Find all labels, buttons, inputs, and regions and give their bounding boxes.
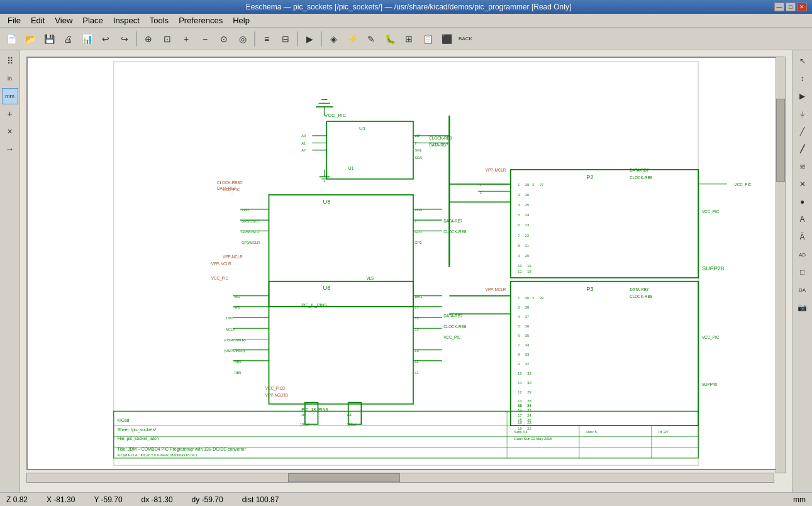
- svg-text:VCC_PICD: VCC_PICD: [265, 386, 286, 391]
- no-connect-btn[interactable]: ×: [2, 123, 18, 140]
- svg-rect-141: [511, 282, 698, 426]
- svg-rect-106: [511, 170, 698, 278]
- toolbar-btn-redo[interactable]: ↪: [116, 30, 133, 48]
- svg-text:L7: L7: [414, 305, 418, 309]
- menu-item-help[interactable]: Help: [228, 14, 255, 26]
- toolbar-btn-edit-sym[interactable]: ✎: [362, 30, 380, 48]
- toolbar-separator: [321, 31, 322, 47]
- svg-text:L2: L2: [414, 360, 418, 363]
- toolbar-btn-sim[interactable]: 🐛: [381, 30, 399, 48]
- horizontal-scroll-thumb[interactable]: [288, 473, 400, 482]
- svg-text:GP5/OSCI: GP5/OSCI: [242, 219, 259, 223]
- svg-text:SDA: SDA: [414, 156, 422, 160]
- toolbar-btn-save[interactable]: 💾: [40, 30, 58, 48]
- menu-item-view[interactable]: View: [50, 14, 77, 26]
- svg-text:VDD: VDD: [414, 208, 422, 212]
- y-coord: Y -59.70: [94, 495, 122, 504]
- menu-item-place[interactable]: Place: [77, 14, 108, 26]
- svg-text:RB5: RB5: [234, 371, 241, 375]
- toolbar-btn-zoom-orig[interactable]: ⊙: [215, 30, 233, 48]
- svg-text:24: 24: [525, 213, 530, 217]
- toolbar-btn-netlist[interactable]: ⊞: [400, 30, 418, 48]
- text-d-tool[interactable]: DA: [794, 282, 811, 298]
- title-controls[interactable]: — □ ✕: [774, 3, 807, 11]
- toolbar-btn-run[interactable]: ▶: [301, 30, 318, 48]
- svg-text:31: 31: [527, 371, 531, 375]
- svg-text:CLOCK-RB8: CLOCK-RB8: [630, 294, 653, 299]
- hier-pin-tool[interactable]: ↕: [794, 70, 811, 87]
- svg-text:2: 2: [480, 190, 482, 194]
- zoom-status: Z 0.82: [6, 495, 28, 504]
- toolbar-btn-zoom-fit[interactable]: ⊡: [159, 30, 176, 48]
- svg-text:CLOCK-RB8D: CLOCK-RB8D: [217, 180, 243, 185]
- toolbar-btn-undo[interactable]: ↩: [97, 30, 114, 48]
- toolbar-btn-bom[interactable]: 📋: [419, 30, 437, 48]
- svg-text:33: 33: [525, 353, 529, 356]
- toolbar-btn-plot[interactable]: 📊: [78, 30, 96, 48]
- screenshot-tool[interactable]: 📷: [794, 299, 811, 316]
- svg-text:GP4/OSC2: GP4/OSC2: [242, 230, 260, 234]
- toolbar-btn-add-pwr[interactable]: ⚡: [343, 30, 361, 48]
- dot-tool[interactable]: ●: [794, 194, 811, 210]
- bus-tool[interactable]: ╱: [794, 141, 811, 157]
- menu-item-file[interactable]: File: [3, 14, 26, 26]
- toolbar-btn-zoom-sel[interactable]: ◎: [234, 30, 252, 48]
- svg-text:A/F: A/F: [347, 413, 352, 417]
- select-tool[interactable]: ↖: [794, 53, 811, 69]
- close-button[interactable]: ✕: [797, 3, 807, 11]
- minimize-button[interactable]: —: [774, 3, 784, 11]
- gnd-tool[interactable]: ⏚: [794, 106, 811, 122]
- toolbar-btn-new[interactable]: 📄: [3, 30, 20, 48]
- svg-text:22: 22: [525, 234, 529, 238]
- svg-text:KiCad: KiCad: [118, 418, 130, 422]
- svg-text:SUPP28: SUPP28: [702, 265, 724, 272]
- toolbar-btn-zoom-in-sel[interactable]: ⊕: [140, 30, 157, 48]
- svg-text:7: 7: [518, 234, 520, 238]
- svg-text:100ul: 100ul: [300, 422, 309, 426]
- canvas-area[interactable]: KiCad Sheet: /pic_sockets/ File: pic_soc…: [20, 50, 792, 492]
- maximize-button[interactable]: □: [786, 3, 796, 11]
- svg-text:21: 21: [527, 404, 531, 407]
- toolbar-btn-zoom-out[interactable]: −: [196, 30, 214, 48]
- inches-btn[interactable]: in: [2, 70, 18, 87]
- horizontal-scrollbar[interactable]: [26, 473, 774, 483]
- svg-text:23: 23: [525, 223, 529, 227]
- svg-text:37: 37: [525, 315, 529, 319]
- vertical-scrollbar[interactable]: [776, 57, 786, 473]
- svg-text:11: 11: [518, 270, 521, 273]
- cursor-btn[interactable]: +: [2, 106, 18, 122]
- mm-btn[interactable]: mm: [2, 88, 18, 104]
- toolbar-btn-fields[interactable]: ≡: [258, 30, 275, 48]
- svg-text:VPP-MCLR: VPP-MCLR: [486, 168, 506, 172]
- svg-text:7: 7: [414, 219, 416, 223]
- text-b-tool[interactable]: Ā: [794, 229, 811, 245]
- rect-tool[interactable]: □: [794, 264, 811, 280]
- menu-item-preferences[interactable]: Preferences: [174, 14, 228, 26]
- grid-btn[interactable]: ⠿: [2, 53, 18, 69]
- vertical-scroll-thumb[interactable]: [776, 99, 785, 182]
- svg-text:VCC_PIC: VCC_PIC: [702, 209, 720, 214]
- text-a-tool[interactable]: A: [794, 211, 811, 228]
- svg-text:27: 27: [527, 409, 531, 412]
- toolbar-btn-zoom-in[interactable]: +: [177, 30, 195, 48]
- lines-tool[interactable]: ≋: [794, 158, 811, 175]
- svg-text:17: 17: [518, 414, 521, 417]
- svg-text:L5: L5: [414, 327, 418, 331]
- toolbar-btn-pcb[interactable]: ⬛: [438, 30, 455, 48]
- svg-text:Title: JDM – COMBO4 PIC Progra: Title: JDM – COMBO4 PIC Programmer with …: [118, 447, 247, 452]
- text-c-tool[interactable]: AD: [794, 246, 811, 263]
- svg-text:32: 32: [525, 362, 529, 366]
- toolbar-btn-back[interactable]: BACK: [457, 30, 474, 48]
- toolbar-btn-print[interactable]: 🖨: [59, 30, 77, 48]
- junction-tool[interactable]: ✕: [794, 176, 811, 192]
- menu-item-inspect[interactable]: Inspect: [108, 14, 145, 26]
- toolbar-btn-open[interactable]: 📂: [21, 30, 39, 48]
- power-port-tool[interactable]: ▶: [794, 88, 811, 104]
- toolbar-btn-add-sym[interactable]: ◈: [325, 30, 342, 48]
- wire-tool[interactable]: ╱: [794, 123, 811, 140]
- menu-item-tools[interactable]: Tools: [145, 14, 174, 26]
- toolbar-btn-netlist-sym[interactable]: ⊟: [277, 30, 294, 48]
- wire-btn[interactable]: →: [2, 141, 18, 157]
- svg-text:CLOCK-RB8: CLOCK-RB8: [443, 229, 467, 234]
- menu-item-edit[interactable]: Edit: [26, 14, 50, 26]
